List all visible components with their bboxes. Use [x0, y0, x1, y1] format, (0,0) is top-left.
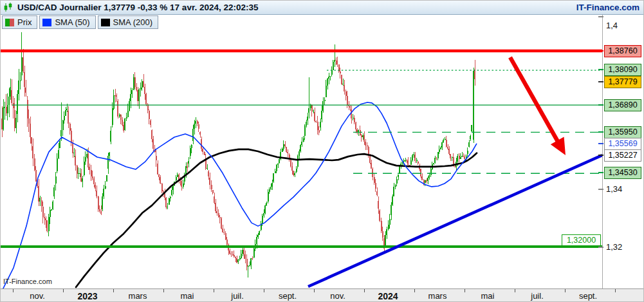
y-tick-label: 1,4 [606, 21, 618, 30]
chart-window: USD/CAD Journalier 1,37779 -0,33 % 17 av… [0, 0, 644, 302]
x-tick-mark [615, 289, 616, 292]
x-axis-month-label: nov. [30, 291, 45, 301]
x-tick-mark [364, 289, 365, 292]
price-tag: 1,35227 [604, 149, 641, 162]
y-tick-label: 1,34 [606, 184, 622, 194]
price-tag: 1,35569 [604, 138, 641, 150]
y-tick-mark [598, 189, 603, 190]
chart-title: USD/CAD Journalier 1,37779 -0,33 % 17 av… [17, 3, 258, 12]
legend-label: SMA (200) [113, 17, 152, 27]
legend-swatch [101, 19, 110, 26]
projection-arrow [510, 57, 566, 155]
x-axis-month-label: mai [181, 291, 194, 301]
price-tag-tick [598, 69, 603, 70]
level-label-132000: 1,32000 [562, 234, 601, 246]
x-axis-year-label: 2024 [378, 291, 398, 301]
candlestick-icon [3, 3, 14, 12]
price-tag-tick [598, 172, 603, 173]
legend-label: SMA (50) [55, 17, 89, 27]
x-axis-month-label: sept. [279, 291, 297, 301]
legend-item-sma-200-[interactable]: SMA (200) [98, 15, 158, 29]
x-tick-mark [414, 289, 415, 292]
price-tag-tick [598, 81, 603, 82]
x-axis-year-label: 2023 [77, 291, 97, 301]
x-tick-mark [314, 289, 315, 292]
price-chart[interactable] [1, 15, 602, 288]
legend-swatch [42, 19, 51, 26]
y-tick-mark [598, 16, 603, 17]
x-tick-mark [465, 289, 465, 292]
price-tag: 1,38760 [604, 45, 641, 57]
legend-label: Prix [17, 17, 32, 27]
price-tag-tick [598, 155, 603, 156]
price-tag: 1,36890 [604, 99, 641, 111]
legend-item-prix[interactable]: Prix [2, 15, 37, 29]
legend-item-sma-50-[interactable]: SMA (50) [39, 15, 95, 29]
x-tick-mark [163, 289, 164, 292]
price-tag-tick [598, 50, 603, 52]
y-tick-label: 1,32 [606, 242, 622, 252]
price-tag: 1,34530 [604, 167, 641, 179]
brand-link[interactable]: IT-Finance.com [576, 3, 639, 12]
x-tick-mark [214, 289, 214, 292]
legend-swatch [5, 19, 14, 26]
x-axis-month-label: sept. [579, 291, 597, 301]
x-axis-month-label: mars [428, 291, 447, 301]
x-axis-month-label: juil. [231, 291, 244, 301]
price-tag-tick [598, 143, 603, 144]
price-tag: 1,35950 [604, 126, 641, 138]
x-tick-mark [113, 289, 114, 292]
x-axis-month-label: mars [129, 291, 147, 301]
price-tag: 1,38090 [604, 64, 641, 76]
price-tag-tick [598, 104, 603, 106]
watermark: IT-Finance.com [3, 278, 52, 285]
candles-group [1, 32, 475, 278]
y-tick-mark [598, 247, 603, 248]
x-tick-mark [13, 289, 14, 292]
x-tick-mark [565, 289, 566, 292]
support-trendline [308, 155, 602, 287]
price-tag: 1,37779 [604, 76, 641, 88]
title-bar: USD/CAD Journalier 1,37779 -0,33 % 17 av… [1, 1, 643, 15]
x-tick-mark [63, 289, 64, 292]
x-tick-mark [264, 289, 264, 292]
x-axis-month-label: juil. [531, 291, 544, 301]
x-axis[interactable]: nov.2023marsmaijuil.sept.nov.2024marsmai… [1, 288, 644, 302]
x-axis-month-label: nov. [330, 291, 345, 301]
x-tick-mark [515, 289, 515, 292]
price-tag-tick [598, 131, 603, 133]
x-axis-month-label: mai [481, 291, 495, 301]
legend: PrixSMA (50)SMA (200) [2, 15, 158, 29]
